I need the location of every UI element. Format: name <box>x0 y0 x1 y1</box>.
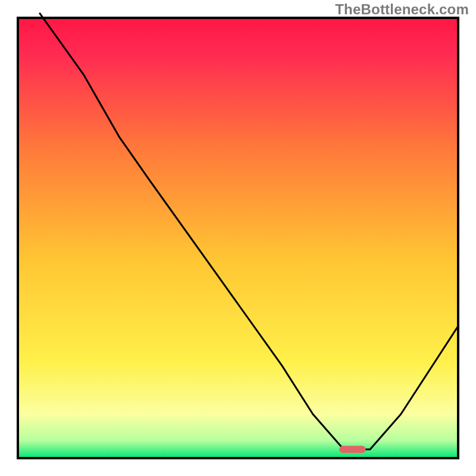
bottleneck-chart <box>0 0 476 476</box>
watermark-text: TheBottleneck.com <box>335 1 469 18</box>
optimal-marker <box>339 446 365 453</box>
plot-background <box>18 18 458 458</box>
chart-container: TheBottleneck.com <box>0 0 476 476</box>
